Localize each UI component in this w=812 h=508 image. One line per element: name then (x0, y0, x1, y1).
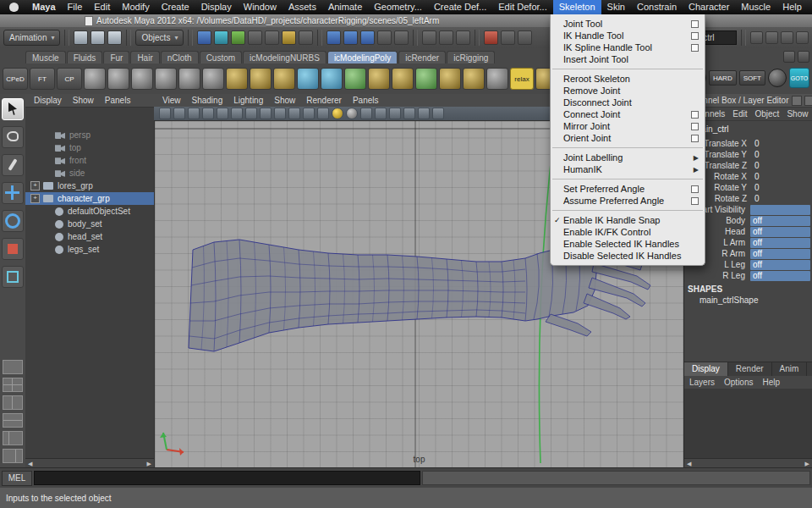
menubar-item[interactable]: Maya (26, 0, 62, 14)
panel-toggle-icon[interactable] (750, 31, 763, 44)
shelf-plane-icon[interactable] (178, 68, 200, 90)
outliner-item[interactable]: body_set (25, 218, 154, 230)
viewport-toolbar-icon[interactable] (432, 108, 444, 119)
shelf-tool-icon[interactable] (321, 68, 343, 90)
shelf-tab[interactable]: Hair (130, 51, 159, 64)
shelf-tab[interactable]: icRender (398, 51, 446, 64)
shelf-tab[interactable]: icRigging (447, 51, 495, 64)
outliner-item[interactable]: defaultObjectSet (25, 205, 154, 218)
menubar-item[interactable]: Muscle (735, 0, 776, 14)
channel-value-field[interactable]: off (750, 271, 810, 281)
layer-editor-tab[interactable]: Anim (772, 362, 808, 376)
panel-menu-item[interactable]: Help (762, 378, 780, 387)
universal-manipulator-icon[interactable] (2, 266, 24, 288)
single-pane-layout-button[interactable] (3, 360, 23, 374)
command-line-input[interactable] (34, 471, 420, 485)
channel-value-field[interactable]: 0 (752, 172, 812, 182)
output-connections-icon[interactable] (456, 30, 470, 45)
shelf-tab[interactable]: Fur (103, 51, 129, 64)
isolate-select-icon[interactable] (418, 108, 430, 119)
scroll-left-button[interactable]: ◀ (28, 461, 32, 467)
selection-mask-dropdown[interactable]: Objects ▾ (135, 30, 184, 46)
persp-graph-layout-button[interactable] (3, 449, 23, 463)
rotate-tool-icon[interactable] (2, 210, 24, 232)
input-connections-icon[interactable] (422, 30, 436, 45)
snap-to-curve-icon[interactable] (343, 30, 358, 45)
option-box-icon[interactable] (691, 32, 699, 40)
soften-normals-button[interactable]: SOFT (739, 70, 765, 86)
shelf-cylinder-icon[interactable] (131, 68, 153, 90)
statusline-divider[interactable] (413, 30, 418, 46)
channel-value-field[interactable] (750, 205, 810, 215)
shelf-tool-icon[interactable] (226, 68, 248, 90)
skeleton-menu-item[interactable]: ✓ Insert Joint Tool ▶ (551, 53, 705, 65)
resolution-gate-icon[interactable] (274, 108, 286, 119)
shelf-tool-icon[interactable] (439, 68, 461, 90)
bookmark-icon[interactable] (202, 108, 214, 119)
goto-button[interactable]: GOTO (789, 68, 809, 88)
panel-menu-item[interactable]: Panels (105, 96, 131, 105)
statusline-divider[interactable] (188, 30, 193, 46)
shelf-tab[interactable]: icModelingPoly (327, 51, 398, 64)
grid-toggle-icon[interactable] (245, 108, 257, 119)
outliner-item[interactable]: head_set (25, 230, 154, 243)
new-scene-icon[interactable] (74, 30, 88, 45)
menubar-item[interactable]: Modify (116, 0, 155, 14)
four-pane-layout-button[interactable] (3, 378, 23, 392)
save-scene-icon[interactable] (107, 30, 122, 45)
ipr-render-icon[interactable] (501, 30, 515, 45)
menubar-item[interactable]: Help (776, 0, 808, 14)
shaded-mode-icon[interactable] (375, 108, 387, 119)
xray-mode-icon[interactable] (403, 108, 415, 119)
shelf-cone-icon[interactable] (155, 68, 177, 90)
layer-editor-tab[interactable]: Display (684, 362, 728, 376)
channel-value-field[interactable]: off (750, 238, 810, 248)
option-box-icon[interactable] (691, 44, 699, 52)
shelf-tool-icon[interactable] (392, 68, 414, 90)
scroll-right-button[interactable]: ▶ (805, 461, 809, 467)
snap-to-grid-icon[interactable] (326, 30, 341, 45)
film-gate-icon[interactable] (260, 108, 272, 119)
shelf-tool-icon[interactable] (463, 68, 485, 90)
menubar-item[interactable]: Window (238, 0, 283, 14)
shelf-tool-icon[interactable] (368, 68, 390, 90)
shelf-tool-icon[interactable] (344, 68, 366, 90)
channel-value-field[interactable]: 0 (752, 194, 812, 204)
expand-toggle-icon[interactable] (30, 194, 40, 203)
close-icon[interactable] (804, 96, 812, 106)
layer-list-area[interactable] (684, 389, 812, 459)
menubar-item[interactable]: Constrain (631, 0, 683, 14)
selection-mask-icon[interactable] (282, 30, 296, 45)
channel-value-field[interactable]: off (750, 249, 810, 259)
channel-value-field[interactable]: 0 (752, 139, 812, 149)
menubar-item[interactable]: Assets (283, 0, 322, 14)
shape-node-name[interactable]: main_ctrlShape (684, 295, 812, 306)
render-current-frame-icon[interactable] (484, 30, 498, 45)
channel-row[interactable]: R Leg off (684, 270, 812, 281)
outliner-item[interactable]: persp (25, 129, 154, 141)
paint-select-tool-icon[interactable] (2, 154, 24, 176)
shelf-menu-icon[interactable] (783, 51, 795, 63)
shelf-tool-icon[interactable] (415, 68, 437, 90)
menubar-item[interactable]: Create Def... (428, 0, 492, 14)
skeleton-menu-item[interactable]: ✓ Enable IK Handle Snap ▶ (551, 214, 705, 226)
field-chart-icon[interactable] (303, 108, 315, 119)
two-pane-stacked-layout-button[interactable] (3, 413, 23, 428)
wireframe-mode-icon[interactable] (360, 108, 372, 119)
select-camera-icon[interactable] (159, 108, 171, 119)
shelf-tool-icon[interactable] (297, 68, 319, 90)
statusline-divider[interactable] (317, 30, 322, 46)
open-scene-icon[interactable] (91, 30, 105, 45)
menubar-item[interactable]: Character (683, 0, 735, 14)
option-box-icon[interactable] (691, 123, 699, 130)
panel-toggle-icon[interactable] (765, 31, 778, 44)
shelf-tool-icon[interactable] (486, 68, 508, 90)
skeleton-menu-item[interactable]: ✓ Connect Joint ▶ (551, 108, 705, 120)
option-box-icon[interactable] (691, 20, 699, 28)
panel-menu-item[interactable]: Show (787, 109, 808, 119)
harden-normals-button[interactable]: HARD (709, 70, 737, 86)
safe-action-icon[interactable] (317, 108, 329, 119)
skeleton-menu-item[interactable]: ✓ Remove Joint ▶ (551, 85, 705, 97)
menubar-item[interactable]: Animate (322, 0, 368, 14)
panel-menu-item[interactable]: Renderer (306, 96, 342, 105)
